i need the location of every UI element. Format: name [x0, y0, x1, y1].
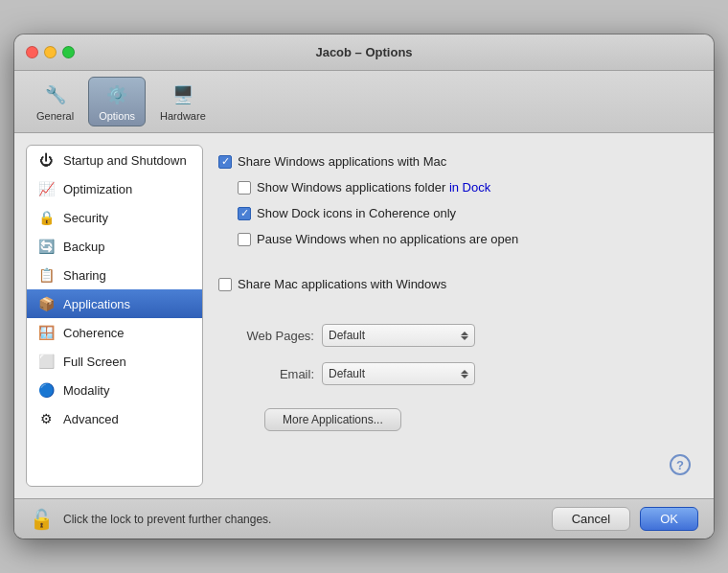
sidebar-item-applications[interactable]: 📦 Applications: [27, 289, 202, 318]
close-button[interactable]: [26, 46, 38, 58]
toolbar: 🔧 General ⚙️ Options 🖥️ Hardware: [14, 71, 714, 133]
applications-icon: 📦: [36, 294, 56, 313]
email-row: Email: Default: [218, 362, 698, 385]
help-button[interactable]: ?: [670, 454, 691, 475]
show-dock-icons-checkbox[interactable]: ✓: [238, 207, 251, 220]
share-win-apps-label: Share Windows applications with Mac: [238, 154, 446, 169]
sidebar-item-fullscreen-label: Full Screen: [63, 355, 126, 369]
tab-options[interactable]: ⚙️ Options: [88, 77, 146, 126]
advanced-icon: ⚙: [36, 409, 56, 428]
sidebar-item-security-label: Security: [63, 211, 108, 225]
share-mac-label: Share Mac applications with Windows: [238, 277, 446, 291]
show-win-folder-row: Show Windows applications folder in Dock: [238, 178, 698, 196]
sidebar-item-optimization[interactable]: 📈 Optimization: [27, 174, 202, 203]
sidebar-item-fullscreen[interactable]: ⬜ Full Screen: [27, 347, 202, 376]
maximize-button[interactable]: [62, 46, 75, 58]
tab-hardware[interactable]: 🖥️ Hardware: [149, 77, 216, 126]
email-select[interactable]: Default: [322, 362, 475, 385]
sidebar-item-applications-label: Applications: [63, 297, 130, 311]
sharing-icon: 📋: [36, 265, 56, 285]
main-panel: ✓ Share Windows applications with Mac Sh…: [215, 145, 702, 487]
hardware-icon: 🖥️: [170, 81, 196, 108]
options-icon: ⚙️: [103, 81, 130, 108]
ok-button[interactable]: OK: [640, 507, 698, 531]
general-icon: 🔧: [42, 81, 69, 108]
sidebar-item-modality[interactable]: 🔵 Modality: [27, 376, 202, 404]
cancel-button[interactable]: Cancel: [552, 507, 630, 531]
tab-general[interactable]: 🔧 General: [26, 77, 84, 126]
content-area: ⏻ Startup and Shutdown 📈 Optimization 🔒 …: [14, 133, 714, 498]
show-win-folder-checkbox[interactable]: [238, 181, 251, 195]
sidebar: ⏻ Startup and Shutdown 📈 Optimization 🔒 …: [26, 145, 203, 487]
sidebar-item-advanced-label: Advanced: [63, 412, 119, 426]
web-pages-value: Default: [329, 329, 365, 342]
backup-icon: 🔄: [36, 237, 56, 256]
share-mac-checkbox[interactable]: [218, 278, 232, 291]
fullscreen-icon: ⬜: [36, 352, 56, 371]
footer-text: Click the lock to prevent further change…: [63, 513, 542, 526]
web-pages-select-arrow: [461, 332, 468, 340]
titlebar: Jacob – Options: [14, 34, 714, 71]
more-btn-row: More Applications...: [218, 401, 698, 431]
modality-icon: 🔵: [36, 380, 56, 400]
sidebar-item-security[interactable]: 🔒 Security: [27, 203, 202, 232]
more-applications-button[interactable]: More Applications...: [264, 408, 401, 431]
web-pages-label: Web Pages:: [218, 329, 314, 343]
pause-windows-row: Pause Windows when no applications are o…: [238, 230, 698, 248]
sidebar-item-optimization-label: Optimization: [63, 182, 132, 196]
email-select-arrow: [461, 370, 468, 378]
main-window: Jacob – Options 🔧 General ⚙️ Options 🖥️ …: [14, 34, 714, 539]
lock-icon: 🔓: [30, 508, 54, 531]
section-divider-1: [218, 256, 698, 267]
web-pages-row: Web Pages: Default: [218, 324, 698, 347]
tab-options-label: Options: [99, 110, 135, 122]
sidebar-item-startup-label: Startup and Shutdown: [63, 153, 187, 168]
sidebar-item-startup[interactable]: ⏻ Startup and Shutdown: [27, 146, 202, 174]
share-win-apps-checkbox[interactable]: ✓: [218, 155, 232, 169]
sidebar-item-coherence-label: Coherence: [63, 326, 125, 340]
sidebar-item-backup-label: Backup: [63, 240, 104, 254]
arrow-up-icon: [461, 332, 468, 335]
help-area: ?: [218, 450, 698, 479]
sidebar-item-backup[interactable]: 🔄 Backup: [27, 232, 202, 261]
sidebar-item-coherence[interactable]: 🪟 Coherence: [27, 318, 202, 347]
sidebar-item-advanced[interactable]: ⚙ Advanced: [27, 404, 202, 433]
share-mac-row: Share Mac applications with Windows: [218, 275, 698, 293]
sidebar-item-modality-label: Modality: [63, 383, 109, 398]
arrow-down-icon: [461, 336, 468, 340]
email-label: Email:: [218, 367, 314, 381]
email-value: Default: [329, 367, 365, 380]
web-pages-select[interactable]: Default: [322, 324, 475, 347]
tab-general-label: General: [36, 110, 74, 122]
minimize-button[interactable]: [44, 46, 57, 58]
email-arrow-up-icon: [461, 370, 468, 374]
show-win-folder-label: Show Windows applications folder in Dock: [257, 180, 490, 195]
tab-hardware-label: Hardware: [160, 110, 206, 122]
window-title: Jacob – Options: [315, 45, 412, 59]
section-divider-2: [218, 301, 698, 312]
sidebar-item-sharing[interactable]: 📋 Sharing: [27, 261, 202, 289]
show-dock-icons-row: ✓ Show Dock icons in Coherence only: [238, 204, 698, 222]
pause-windows-label: Pause Windows when no applications are o…: [257, 232, 518, 246]
share-win-apps-row: ✓ Share Windows applications with Mac: [218, 152, 698, 171]
footer: 🔓 Click the lock to prevent further chan…: [14, 498, 714, 539]
coherence-icon: 🪟: [36, 323, 56, 342]
pause-windows-checkbox[interactable]: [238, 233, 251, 246]
security-icon: 🔒: [36, 208, 56, 227]
startup-icon: ⏻: [36, 150, 56, 170]
show-dock-icons-label: Show Dock icons in Coherence only: [257, 206, 456, 220]
sidebar-item-sharing-label: Sharing: [63, 268, 106, 283]
traffic-lights: [26, 46, 75, 58]
email-arrow-down-icon: [461, 375, 468, 378]
optimization-icon: 📈: [36, 179, 56, 198]
